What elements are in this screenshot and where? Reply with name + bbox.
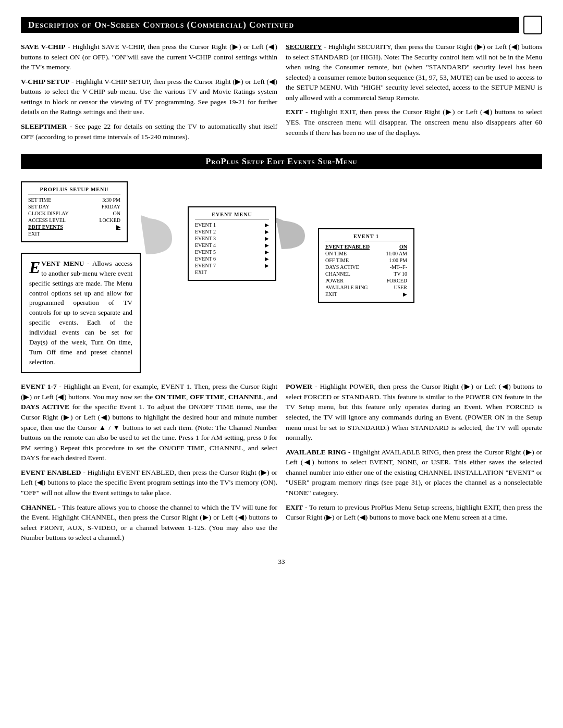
- access-level-row: ACCESS LEVELLOCKED: [28, 217, 120, 224]
- on-time-row: ON TIME11:00 AM: [325, 250, 407, 257]
- vent-menu-bold: VENT MENU: [41, 260, 84, 267]
- event4-row: EVENT 4▶: [195, 242, 269, 249]
- exit-top-para: EXIT - Highlight EXIT, then press the Cu…: [286, 107, 542, 138]
- available-ring-para: AVAILABLE RING - Highlight AVAILABLE RIN…: [286, 447, 542, 498]
- desc-box-text: EVENT MENU - Allows access to another su…: [29, 259, 132, 367]
- event1-row: EVENT 1▶: [195, 221, 269, 228]
- page-number: 33: [21, 558, 542, 566]
- drop-cap: E: [29, 261, 40, 275]
- event3-row: EVENT 3▶: [195, 235, 269, 242]
- event1-exit-row: EXIT▶: [325, 291, 407, 298]
- save-vchip-para: SAVE V-CHIP - Highlight SAVE V-CHIP, the…: [21, 42, 277, 72]
- power-label: POWER: [286, 382, 312, 390]
- arc-connector-1: [141, 197, 182, 260]
- bottom-right-text: POWER - Highlight POWER, then press the …: [286, 381, 542, 547]
- avail-ring-row: AVAILABLE RINGUSER: [325, 284, 407, 291]
- event-enabled-label: EVENT ENABLED: [21, 468, 81, 476]
- page-title: Description of On-Screen Controls (Comme…: [21, 17, 519, 33]
- channel-para: CHANNEL - This feature allows you to cho…: [21, 502, 277, 543]
- bottom-two-col: EVENT 1-7 - Highlight an Event, for exam…: [21, 381, 542, 547]
- event-enabled-row: EVENT ENABLEDON: [325, 243, 407, 250]
- event-enabled-para: EVENT ENABLED - Highlight EVENT ENABLED,…: [21, 467, 277, 498]
- event17-label: EVENT 1-7: [21, 382, 57, 390]
- save-vchip-label: SAVE V-CHIP: [21, 43, 66, 51]
- desc-box: EVENT MENU - Allows access to another su…: [21, 253, 141, 373]
- event5-row: EVENT 5▶: [195, 249, 269, 255]
- event-exit-row: EXIT: [195, 269, 269, 276]
- exit-menu-row: EXIT: [28, 230, 120, 237]
- section2-header: ProPlus Setup Edit Events Sub-Menu: [21, 154, 542, 169]
- clock-display-row: CLOCK DISPLAYON: [28, 210, 120, 217]
- sleeptimer-para: SLEEPTIMER - See page 22 for details on …: [21, 121, 277, 142]
- event7-row: EVENT 7▶: [195, 262, 269, 269]
- power-row: POWERFORCED: [325, 277, 407, 284]
- event2-row: EVENT 2▶: [195, 228, 269, 235]
- set-time-row: SET TIME3:30 PM: [28, 196, 120, 203]
- page-header: Description of On-Screen Controls (Comme…: [21, 16, 542, 34]
- event6-row: EVENT 6▶: [195, 255, 269, 262]
- days-active-row: DAYS ACTIVE-MT--F-: [325, 264, 407, 270]
- event-menu-title: EVENT MENU: [195, 212, 269, 219]
- event17-para: EVENT 1-7 - Highlight an Event, for exam…: [21, 381, 277, 463]
- power-para: POWER - Highlight POWER, then press the …: [286, 381, 542, 442]
- channel-label: CHANNEL: [21, 503, 56, 511]
- event1-detail-title: EVENT 1: [325, 233, 407, 241]
- top-right-text: SECURITY - Highlight SECURITY, then pres…: [286, 42, 542, 146]
- available-ring-label: AVAILABLE RING: [286, 448, 346, 456]
- set-day-row: SET DAYFRIDAY: [28, 203, 120, 210]
- proplus-menu-title: PROPLUS SETUP MENU: [28, 187, 120, 194]
- vchip-setup-label: V-CHIP SETUP: [21, 78, 69, 85]
- vchip-setup-para: V-CHIP SETUP - Highlight V-CHIP SETUP, t…: [21, 77, 277, 117]
- arc-connector-2: [276, 205, 313, 257]
- event-menu-box: EVENT MENU EVENT 1▶ EVENT 2▶ EVENT 3▶ EV…: [188, 206, 276, 281]
- bottom-left-text: EVENT 1-7 - Highlight an Event, for exam…: [21, 381, 277, 547]
- header-box: [523, 16, 542, 34]
- exit-bottom-label: EXIT: [286, 503, 303, 511]
- security-para: SECURITY - Highlight SECURITY, then pres…: [286, 42, 542, 103]
- edit-events-row: EDIT EVENTS▶: [28, 224, 120, 230]
- channel-row: CHANNELTV 10: [325, 270, 407, 277]
- security-label: SECURITY: [286, 43, 322, 51]
- exit-top-label: EXIT: [286, 108, 303, 116]
- top-two-col: SAVE V-CHIP - Highlight SAVE V-CHIP, the…: [21, 42, 542, 146]
- event1-detail-box: EVENT 1 EVENT ENABLEDON ON TIME11:00 AM …: [318, 228, 414, 303]
- proplus-menu-box: PROPLUS SETUP MENU SET TIME3:30 PM SET D…: [21, 181, 128, 242]
- sleeptimer-label: SLEEPTIMER: [21, 122, 67, 130]
- exit-bottom-para: EXIT - To return to previous ProPlus Men…: [286, 502, 542, 523]
- menus-row: PROPLUS SETUP MENU SET TIME3:30 PM SET D…: [21, 176, 542, 373]
- off-time-row: OFF TIME1:00 PM: [325, 257, 407, 264]
- top-left-text: SAVE V-CHIP - Highlight SAVE V-CHIP, the…: [21, 42, 277, 146]
